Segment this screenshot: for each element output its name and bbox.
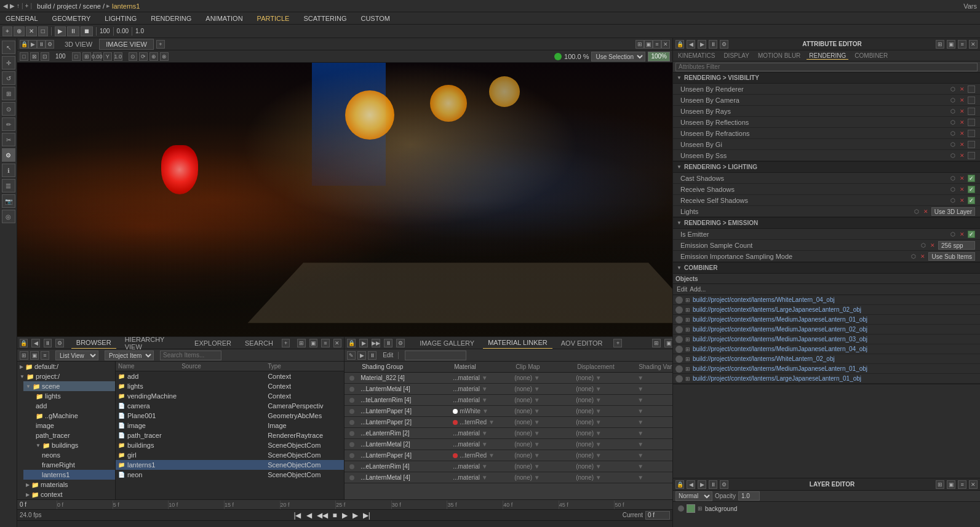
tab-explorer[interactable]: EXPLORER [189, 338, 236, 349]
view-lock[interactable]: 🔒 [20, 40, 28, 49]
combiner-item-1[interactable]: ⊞ build://project/context/lanterns/Large… [673, 305, 980, 315]
mh-displacement[interactable]: Displacement [575, 363, 636, 370]
ml-pause[interactable]: ⏸ [384, 339, 392, 347]
attr-unseen-refractions[interactable]: Unseen By Refractions ⬡ ✕ [673, 128, 980, 139]
browser-prev[interactable]: ◀ [31, 339, 39, 347]
tree-item-context[interactable]: ▶ 📁 context [23, 489, 115, 499]
tab-3dview[interactable]: 3D VIEW [58, 39, 99, 50]
view-play[interactable]: ▶ [28, 40, 37, 49]
tree-item-lanterns1[interactable]: lanterns1 [23, 470, 115, 480]
tl-stop[interactable]: ■ [332, 511, 338, 520]
attr-link-icon-6[interactable]: ⬡ [949, 141, 957, 148]
attr-check-3[interactable] [968, 108, 975, 115]
le-icon3[interactable]: ≡ [958, 480, 966, 489]
attr-link-icon-5[interactable]: ⬡ [949, 130, 957, 137]
attr-tab-display[interactable]: DISPLAY [721, 52, 752, 59]
file-item-vending[interactable]: 📁 vendingMachine Context [116, 391, 344, 401]
mat-vis-3[interactable] [349, 409, 354, 414]
mat-row-1[interactable]: ...LanternMetal [4] ...material ▼ (none)… [345, 384, 672, 395]
section-visibility-header[interactable]: ▼ RENDERING > VISIBILITY [673, 73, 980, 84]
combiner-item-3[interactable]: ⊞ build://project/context/lanterns/Mediu… [673, 325, 980, 335]
attr-tab-rendering[interactable]: RENDERING [807, 52, 848, 60]
menu-custom[interactable]: CUSTOM [358, 15, 392, 22]
view-pause[interactable]: ⏸ [37, 40, 46, 49]
toolbar-pause[interactable]: ⏸ [67, 26, 79, 36]
tool-paint[interactable]: ✏ [2, 117, 15, 131]
breadcrumb-scene[interactable]: scene / [83, 2, 105, 10]
file-item-neon[interactable]: 📄 neon SceneObjectCom [116, 470, 344, 480]
combiner-eye-0[interactable] [675, 296, 683, 304]
view-icon2[interactable]: ▣ [644, 40, 653, 49]
attr-unseen-rays[interactable]: Unseen By Rays ⬡ ✕ [673, 106, 980, 117]
mh-shading[interactable]: Shading Group [359, 363, 452, 370]
combiner-item-2[interactable]: ⊞ build://project/context/lanterns/Mediu… [673, 315, 980, 325]
nav-back[interactable]: ◀ [3, 2, 8, 9]
tab-aov-editor[interactable]: AOV EDITOR [556, 338, 608, 349]
file-item-camera[interactable]: 📄 camera CameraPerspectiv [116, 401, 344, 411]
vt-icon9[interactable]: ⟳ [139, 52, 148, 61]
attr-search-input[interactable] [675, 63, 978, 71]
vt-mode-select[interactable]: Use Selection [591, 52, 645, 61]
tool-scale[interactable]: ⊞ [2, 87, 15, 100]
attr-check-cs[interactable]: ✓ [968, 175, 975, 182]
view-icon3[interactable]: ≡ [653, 40, 661, 49]
mat-row-0[interactable]: Material_822 [4] ...material ▼ (none) ▼ … [345, 373, 672, 384]
tool-world[interactable]: ◎ [2, 210, 15, 223]
mat-row-3[interactable]: ...LanternPaper [4] mWhite ▼ (none) ▼ (n… [345, 406, 672, 417]
tree-item-materials[interactable]: ▶ 📁 materials [23, 480, 115, 489]
browser-icon3[interactable]: ≡ [321, 339, 329, 347]
attr-link-icon-rss[interactable]: ⬡ [949, 197, 957, 204]
tl-prev-frame[interactable]: ◀ [305, 511, 313, 520]
combiner-eye-4[interactable] [675, 336, 683, 343]
mat-row-7[interactable]: ...LanternPaper [4] ...ternRed ▼ (none) … [345, 450, 672, 461]
attr-check-1[interactable] [968, 85, 975, 93]
vt-val[interactable]: 0.00 [93, 52, 102, 61]
vt-icon7[interactable]: 1.0 [114, 52, 122, 61]
layer-item-bg[interactable]: ⊞ background [675, 503, 978, 514]
mh-clipmap[interactable]: Clip Map [513, 363, 575, 370]
tool-camera[interactable]: 📷 [2, 194, 15, 208]
combiner-item-6[interactable]: ⊞ build://project/context/lanterns/White… [673, 354, 980, 364]
file-item-pathtracer[interactable]: 📄 path_tracer RendererRaytrace [116, 430, 344, 440]
toolbar-merge[interactable]: ⊕ [14, 26, 25, 36]
browser-close[interactable]: ✕ [333, 339, 341, 347]
toolbar-stop[interactable]: ⏹ [81, 26, 93, 36]
section-lighting-header[interactable]: ▼ RENDERING > LIGHTING [673, 162, 980, 173]
le-next[interactable]: ▶ [698, 480, 706, 489]
menu-scattering[interactable]: SCATTERING [301, 15, 349, 22]
ml-add-tab[interactable]: + [613, 339, 622, 347]
browser-add[interactable]: + [282, 339, 290, 347]
mat-vis-1[interactable] [349, 387, 354, 392]
tree-item-path[interactable]: path_tracer [23, 430, 115, 440]
nav-up[interactable]: ↑ [17, 2, 20, 9]
le-close[interactable]: ✕ [969, 480, 978, 489]
ml-settings[interactable]: ⚙ [396, 339, 405, 347]
mat-vis-5[interactable] [349, 431, 354, 436]
attr-emission-sample-count[interactable]: Emission Sample Count ⬡ ✕ 256 spp [673, 240, 980, 251]
attr-link-icon-2[interactable]: ⬡ [949, 97, 957, 104]
attr-unseen-renderer[interactable]: Unseen By Renderer ⬡ ✕ [673, 84, 980, 95]
tree-item-add[interactable]: add [23, 401, 115, 411]
mt-pause[interactable]: ⏸ [368, 351, 376, 360]
attr-check-rs[interactable]: ✓ [968, 186, 975, 193]
attr-link-icon-1[interactable]: ⬡ [949, 85, 957, 93]
file-item-lanterns1[interactable]: 📁 lanterns1 SceneObjectCom [116, 460, 344, 470]
ae-settings[interactable]: ⚙ [720, 40, 728, 49]
file-item-lights[interactable]: 📁 lights Context [116, 381, 344, 391]
nav-forward[interactable]: ▶ [10, 2, 15, 9]
mt-play[interactable]: ▶ [357, 351, 366, 360]
attr-x-1[interactable]: ✕ [958, 86, 966, 92]
vt-icon8[interactable]: ⊙ [129, 52, 137, 61]
attr-receive-shadows[interactable]: Receive Shadows ⬡ ✕ ✓ [673, 184, 980, 195]
ml-lock[interactable]: 🔒 [347, 339, 356, 347]
attr-link-icon-3[interactable]: ⬡ [949, 108, 957, 115]
combiner-item-7[interactable]: ⊞ build://project/context/lanterns/Mediu… [673, 364, 980, 374]
tab-hierarchy[interactable]: HIERARCHY VIEW [120, 338, 186, 349]
attr-link-icon-rs[interactable]: ⬡ [949, 186, 957, 193]
mat-row-9[interactable]: ...LanternMetal [4] ...material ▼ (none)… [345, 472, 672, 483]
attr-x-ie[interactable]: ✕ [958, 231, 966, 237]
attr-x-esc[interactable]: ✕ [929, 242, 936, 248]
combiner-edit-btn[interactable]: Edit [677, 286, 687, 293]
attr-tab-kinematics[interactable]: KINEMATICS [675, 52, 717, 59]
ae-pause[interactable]: ⏸ [709, 40, 717, 49]
